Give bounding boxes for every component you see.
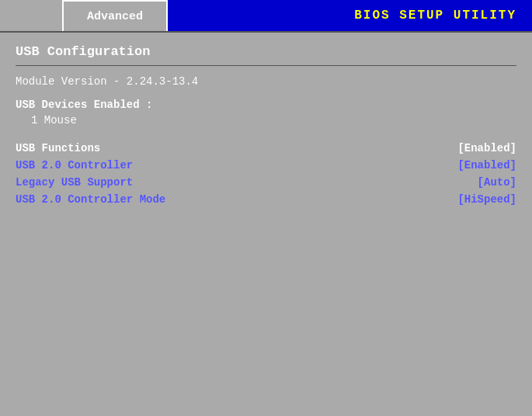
module-version: Module Version - 2.24.3-13.4 (16, 75, 516, 88)
section-title: USB Configuration (16, 44, 516, 59)
setting-value-usb-controller-mode: [HiSpeed] (457, 193, 516, 206)
bios-title-bar: BIOS SETUP UTILITY (168, 0, 532, 31)
settings-table: USB Functions [Enabled] USB 2.0 Controll… (16, 142, 516, 206)
setting-label-legacy-usb: Legacy USB Support (16, 176, 133, 189)
setting-label-usb-controller: USB 2.0 Controller (16, 159, 133, 172)
top-bar: Advanced BIOS SETUP UTILITY (0, 0, 532, 31)
setting-value-legacy-usb: [Auto] (478, 176, 516, 189)
setting-row-usb-controller-mode[interactable]: USB 2.0 Controller Mode [HiSpeed] (16, 193, 516, 206)
setting-label-usb-functions: USB Functions (16, 142, 100, 154)
bios-title-text: BIOS SETUP UTILITY (354, 9, 516, 23)
devices-enabled-label: USB Devices Enabled : (16, 99, 516, 111)
divider (16, 65, 516, 66)
setting-value-usb-controller: [Enabled] (457, 159, 516, 172)
devices-enabled-value: 1 Mouse (31, 114, 516, 127)
tab-advanced[interactable]: Advanced (62, 0, 168, 31)
setting-row-usb-controller[interactable]: USB 2.0 Controller [Enabled] (16, 159, 516, 172)
tab-advanced-label: Advanced (87, 10, 143, 23)
bios-screen: Advanced BIOS SETUP UTILITY USB Configur… (0, 0, 532, 416)
setting-label-usb-controller-mode: USB 2.0 Controller Mode (16, 193, 165, 206)
setting-value-usb-functions: [Enabled] (457, 142, 516, 154)
setting-row-legacy-usb[interactable]: Legacy USB Support [Auto] (16, 176, 516, 189)
setting-row-usb-functions[interactable]: USB Functions [Enabled] (16, 142, 516, 154)
content-area: USB Configuration Module Version - 2.24.… (0, 31, 532, 416)
